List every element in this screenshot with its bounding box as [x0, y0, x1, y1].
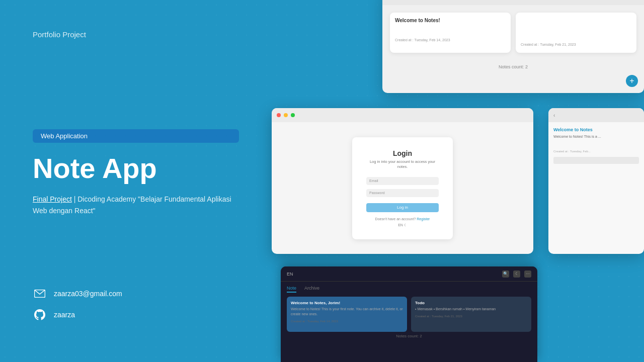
note-detail-content: Welcome to Notes Welcome to Notes! This …: [548, 122, 644, 169]
portfolio-label: Portfolio Project: [33, 30, 239, 39]
note-meta-2: Created at : Tuesday, Feb 21, 2023: [521, 43, 631, 46]
top-app-bar: [382, 0, 644, 5]
dark-note-card-2: Todo • Memasak • Bersihkan rumah • Menyi…: [411, 297, 531, 332]
fab-button[interactable]: +: [626, 75, 638, 87]
note-meta-1: Created at : Tuesday, Feb 14, 2023: [395, 38, 506, 42]
note-detail-meta: Created at : Tuesday, Feb...: [553, 150, 639, 153]
note-detail-title: Welcome to Notes: [553, 127, 639, 132]
chevron-left-icon: ‹: [553, 113, 555, 118]
dot-red-2: [277, 113, 281, 117]
email-value: zaarza03@gmail.com: [54, 290, 122, 298]
final-project-link[interactable]: Final Project: [33, 195, 72, 203]
register-link[interactable]: Register: [417, 217, 430, 221]
nav-home[interactable]: Note: [287, 286, 296, 293]
dark-nav: Note Archive: [281, 282, 537, 297]
note-title-1: Welcome to Notes!: [395, 18, 506, 23]
login-form-area: Login Log in into your account to access…: [272, 122, 533, 254]
github-contact: zaarza: [33, 308, 239, 322]
nav-archive[interactable]: Archive: [304, 286, 319, 293]
dark-note-meta-2: Created at : Tuesday, Feb 21, 2023: [415, 315, 527, 318]
dark-note-card-1: Welcome to Notes, Jorim! Welcome to Note…: [287, 297, 407, 332]
email-icon: [33, 287, 47, 301]
screenshot-detail: ‹ Welcome to Notes Welcome to Notes! Thi…: [548, 108, 644, 254]
dark-notes-grid: Welcome to Notes, Jorim! Welcome to Note…: [281, 297, 537, 332]
register-text: Doesn't have an account?: [375, 217, 416, 221]
search-icon[interactable]: 🔍: [502, 270, 509, 278]
email-label: Email: [369, 179, 378, 183]
more-icon[interactable]: ⋯: [524, 270, 531, 278]
lang-label: EN: [398, 223, 403, 227]
github-icon: [33, 308, 47, 322]
moon-icon[interactable]: ☾: [513, 270, 520, 278]
dark-note-body-2: • Memasak • Bersihkan rumah • Menyiram t…: [415, 307, 527, 312]
screenshot-dark: EN 🔍 ☾ ⋯ Note Archive Welcome to Notes, …: [281, 266, 537, 362]
password-field[interactable]: Password: [366, 189, 439, 197]
dark-app-bar: EN 🔍 ☾ ⋯: [281, 266, 537, 282]
moon-icon: ☾: [404, 223, 407, 227]
dark-icons: 🔍 ☾ ⋯: [502, 270, 531, 278]
top-app-content: Welcome to Notes! Created at : Tuesday, …: [382, 5, 644, 60]
app-type-badge: Web Application: [33, 129, 239, 143]
app-description: Final Project | Dicoding Academy "Belaja…: [33, 194, 239, 216]
screenshot-top: Welcome to Notes! Created at : Tuesday, …: [382, 0, 644, 93]
note-card-1: Welcome to Notes! Created at : Tuesday, …: [390, 13, 511, 53]
password-label: Password: [369, 191, 385, 195]
dark-note-body-1: Welcome to Notes! This is your first not…: [291, 307, 403, 317]
login-footer: Doesn't have an account? Register: [366, 217, 439, 221]
note-card-2: Created at : Tuesday, Feb 21, 2023: [516, 13, 636, 53]
main-content: Web Application Note App Final Project |…: [33, 39, 239, 287]
notes-count-top: Notes count: 2: [382, 60, 644, 73]
dark-lang: EN: [287, 272, 293, 277]
screenshots-area: Welcome to Notes! Created at : Tuesday, …: [272, 0, 644, 362]
email-field[interactable]: Email: [366, 177, 439, 185]
login-subtitle: Log in into your account to access your …: [366, 159, 439, 170]
github-value: zaarza: [54, 311, 75, 319]
login-button[interactable]: Log in: [366, 203, 439, 212]
dark-note-meta-1: Created at : Tuesday, Feb 14, 2023: [291, 320, 403, 323]
login-title: Login: [366, 149, 439, 157]
dot-green-2: [291, 113, 295, 117]
login-lang: EN ☾: [366, 223, 439, 227]
left-panel: Portfolio Project Web Application Note A…: [0, 0, 272, 362]
dark-notes-count: Notes count: 2: [281, 332, 537, 340]
detail-app-bar: ‹: [548, 108, 644, 122]
email-contact: zaarza03@gmail.com: [33, 287, 239, 301]
app-title: Note App: [33, 153, 239, 184]
note-detail-body: Welcome to Notes! This is a ...: [553, 134, 639, 140]
dark-note-title-1: Welcome to Notes, Jorim!: [291, 301, 403, 305]
dark-note-title-2: Todo: [415, 301, 527, 305]
screenshot-login: Login Log in into your account to access…: [272, 108, 533, 254]
login-app-bar: [272, 108, 533, 122]
login-card: Login Log in into your account to access…: [352, 137, 453, 239]
dot-yellow-2: [284, 113, 288, 117]
contact-section: zaarza03@gmail.com zaarza: [33, 287, 239, 332]
note-detail-input: [553, 157, 639, 164]
